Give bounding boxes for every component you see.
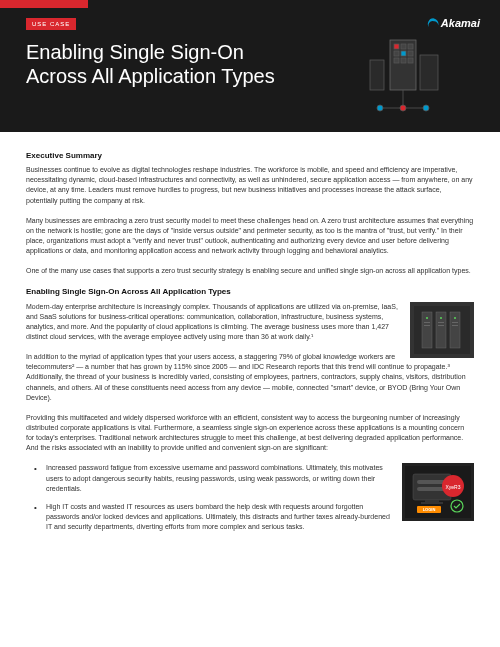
svg-rect-4 (394, 51, 399, 56)
svg-rect-8 (401, 58, 406, 63)
svg-rect-2 (401, 44, 406, 49)
sso-p1: Modern-day enterprise architecture is in… (26, 302, 474, 343)
logo-text: Akamai (441, 17, 480, 29)
exec-summary-heading: Executive Summary (26, 150, 474, 161)
sso-p3: Providing this multifaceted and widely d… (26, 413, 474, 454)
exec-summary-p1: Businesses continue to evolve as digital… (26, 165, 474, 206)
sso-heading: Enabling Single Sign-On Across All Appli… (26, 286, 474, 297)
svg-rect-26 (438, 322, 444, 323)
svg-rect-1 (394, 44, 399, 49)
svg-point-13 (423, 105, 429, 111)
exec-summary-p2: Many businesses are embracing a zero tru… (26, 216, 474, 257)
use-case-badge: USE CASE (26, 18, 76, 30)
svg-rect-28 (452, 322, 458, 323)
sso-p2: In addition to the myriad of application… (26, 352, 474, 403)
akamai-logo-icon (427, 17, 441, 31)
svg-rect-27 (438, 325, 444, 326)
svg-point-12 (377, 105, 383, 111)
sso-section: Enabling Single Sign-On Across All Appli… (26, 286, 474, 463)
svg-rect-5 (401, 51, 406, 56)
svg-rect-9 (408, 58, 413, 63)
svg-point-23 (454, 317, 456, 319)
title-line-2: Across All Application Types (26, 65, 275, 87)
datacenter-illustration (410, 302, 474, 358)
svg-rect-7 (394, 58, 399, 63)
svg-rect-6 (408, 51, 413, 56)
risk-bullet-1: Increased password fatigue from excessiv… (38, 463, 474, 493)
risks-list-container: XyeR3 LOGIN Increased password fatigue f… (26, 463, 474, 540)
svg-rect-15 (370, 60, 384, 90)
svg-point-14 (400, 105, 406, 111)
exec-summary-p3: One of the many use cases that supports … (26, 266, 474, 276)
header-accent-bar (0, 0, 88, 8)
title-line-1: Enabling Single Sign-On (26, 41, 244, 63)
svg-rect-3 (408, 44, 413, 49)
svg-rect-16 (420, 55, 438, 90)
svg-point-21 (426, 317, 428, 319)
risk-bullet-2: High IT costs and wasted IT resources as… (38, 502, 474, 532)
document-header: Akamai USE C (0, 0, 500, 132)
document-body: Executive Summary Businesses continue to… (0, 132, 500, 550)
svg-rect-25 (424, 325, 430, 326)
header-illustration (340, 30, 460, 120)
svg-point-22 (440, 317, 442, 319)
svg-rect-29 (452, 325, 458, 326)
svg-rect-24 (424, 322, 430, 323)
